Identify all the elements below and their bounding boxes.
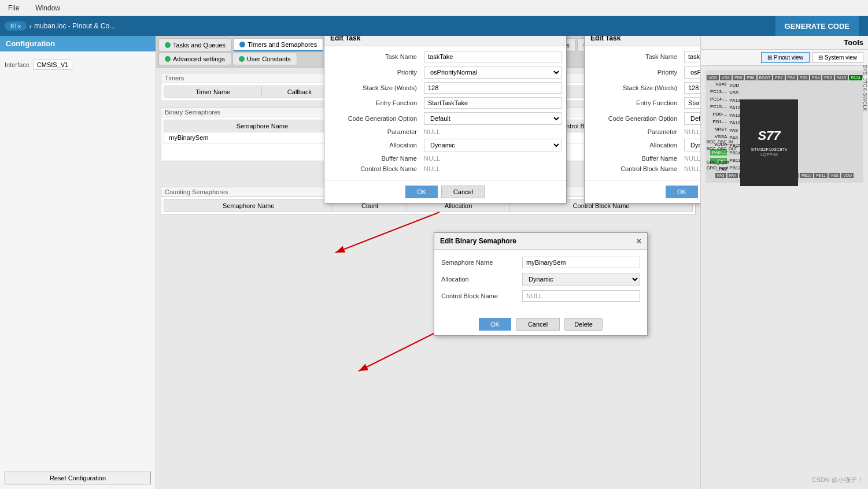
vssa-label: VSSA [710, 134, 727, 139]
pb13-right-label: PB13 [729, 158, 741, 163]
entry-input-take[interactable] [424, 97, 562, 109]
generate-code-button[interactable]: GENERATE CODE [775, 16, 859, 36]
buffer-label-give: Buffer Name [589, 155, 682, 162]
pa3-bot: PA3 [715, 173, 726, 178]
priority-select-give[interactable]: osPriorityNormal [684, 66, 700, 79]
system-view-button[interactable]: ⊟ System view [812, 52, 863, 63]
gpio-input-2: GPIO_Input [707, 166, 728, 170]
task-take-cancel-button[interactable]: Cancel [441, 186, 485, 198]
pd1-label: PD1-... [710, 119, 727, 124]
pb10-bot: PB10 [800, 173, 813, 178]
task-dialog-give: Edit Task Task Name Priority osPriorityN… [584, 36, 700, 203]
entry-label-give: Entry Function [589, 99, 682, 106]
sem-dialog-title: Edit Binary Semaphore [440, 237, 516, 245]
breadcrumb-arrow: › [29, 21, 32, 31]
taskname-label-give: Task Name [589, 53, 682, 60]
stack-label-give: Stack Size (Words) [589, 84, 682, 91]
system-grid-icon: ⊟ [818, 54, 823, 61]
sem-cancel-button[interactable]: Cancel [516, 318, 560, 331]
pa9-right-label: PA9 [729, 128, 741, 133]
pinout-view-button[interactable]: ⊞ Pinout view [761, 52, 810, 63]
pb12-right-label: PB12 [729, 165, 741, 171]
task-take-ok-button[interactable]: OK [405, 186, 438, 198]
breadcrumb-bar: 8Tx › muban.ioc - Pinout & Co... GENERAT… [0, 16, 868, 36]
tools-label: Tools [701, 36, 868, 50]
task-dialog-take-buttons: OK Cancel [324, 180, 566, 203]
tab-tasks-queues[interactable]: Tasks and Queues [158, 38, 232, 51]
reset-configuration-button[interactable]: Reset Configuration [5, 472, 151, 484]
codegen-select-give[interactable]: Default [684, 112, 700, 125]
form-row-priority-give: Priority osPriorityNormal [589, 66, 700, 79]
pa14-pin: PA14 [849, 75, 862, 80]
tab-timers-semaphores[interactable]: Timers and Semaphores [233, 38, 323, 51]
rcc-osc-in: RCC_OSC_IN [707, 140, 733, 144]
sem-name-input[interactable] [522, 257, 640, 268]
pc15-label: PC15-... [710, 104, 727, 109]
breadcrumb-file: muban.ioc - Pinout & Co... [34, 22, 115, 30]
tab-label-constants: User Constants [247, 55, 291, 62]
tab-label-tasks: Tasks and Queues [173, 42, 226, 49]
param-label-take: Parameter [329, 128, 422, 135]
nrst-label: NRST [710, 127, 727, 132]
form-row-alloc-take: Allocation Dynamic [329, 139, 562, 151]
tab-user-constants[interactable]: User Constants [232, 53, 297, 65]
pc14-label: PC14-... [710, 97, 727, 102]
form-row-codegen-give: Code Generation Option Default [589, 112, 700, 125]
interface-value: CMSIS_V1 [33, 60, 72, 70]
menu-file[interactable]: File [5, 4, 23, 12]
sem-ok-button[interactable]: OK [479, 318, 511, 331]
vdd-right-label: VDD [729, 83, 741, 88]
top-pins: VDD VSS PB9 PB8 BOOT PB7 PB6 PB5 PB4 PB3… [710, 75, 859, 80]
taskname-input-give[interactable] [684, 51, 700, 62]
alloc-label-take: Allocation [329, 142, 422, 149]
task-dialog-take: Edit Task Task Name Priority osPriorityN… [324, 36, 567, 203]
alloc-select-give[interactable]: Dynamic [684, 139, 700, 151]
watermark: CSDN @小强子！ [812, 476, 863, 484]
param-label-give: Parameter [589, 128, 682, 135]
view-toggle: ⊞ Pinout view ⊟ System view [701, 50, 868, 66]
form-row-taskname-give: Task Name [589, 51, 700, 62]
task-dialog-give-body: Task Name Priority osPriorityNormal Stac… [585, 46, 700, 180]
form-row-entry-give: Entry Function [589, 97, 700, 109]
form-row-alloc-give: Allocation Dynamic [589, 139, 700, 151]
tab-advanced[interactable]: Advanced settings [158, 53, 231, 65]
sem-alloc-label: Allocation [441, 276, 522, 283]
codegen-select-take[interactable]: Default [424, 112, 562, 125]
menu-window[interactable]: Window [32, 4, 64, 12]
chip-breadcrumb[interactable]: 8Tx [5, 21, 27, 31]
form-row-ctrlblock-give: Control Block Name NULL [589, 165, 700, 172]
chip-visualization: VDD VSS PB9 PB8 BOOT PB7 PB6 PB5 PB4 PB3… [706, 71, 863, 183]
vertical-text: SYS_JTCK-SWCLK [862, 65, 868, 112]
vss-right-label: VSS [729, 90, 741, 95]
sem-dialog-body: Semaphore Name Allocation Dynamic Contro… [434, 250, 647, 313]
vss-bot: VSS [829, 173, 840, 178]
pd0-label: PD0-... [710, 112, 727, 117]
codegen-label-take: Code Generation Option [329, 115, 422, 122]
stack-input-give[interactable] [684, 82, 700, 94]
sem-alloc-select[interactable]: Dynamic [522, 273, 640, 286]
codegen-label-give: Code Generation Option [589, 115, 682, 122]
ctrlblock-value-give: NULL [684, 165, 700, 172]
col-count-name: Semaphore Name [164, 200, 333, 212]
sem-dialog-close-button[interactable]: × [637, 236, 641, 246]
right-panel: Tools ⊞ Pinout view ⊟ System view VDD VS… [700, 36, 868, 489]
stack-input-take[interactable] [424, 82, 562, 94]
config-body: Interface CMSIS_V1 [0, 51, 156, 467]
priority-select-take[interactable]: osPriorityNormal [424, 66, 562, 79]
vdd-bot: VDD [841, 173, 854, 178]
pb6-pin: PB6 [786, 75, 797, 80]
chip-package: LQFP48 [760, 152, 778, 157]
form-row-ctrlblock-take: Control Block Name NULL [329, 165, 562, 172]
vss-top-pin: VSS [720, 75, 732, 80]
taskname-label-take: Task Name [329, 53, 422, 60]
left-pin-labels: VBAT PC13-... PC14-... PC15-... PD0-... … [710, 82, 727, 172]
sem-control-input[interactable] [522, 290, 640, 302]
alloc-select-take[interactable]: Dynamic [424, 139, 562, 151]
top-bar: File Window [0, 0, 868, 16]
buffer-value-take: NULL [424, 155, 562, 162]
task-give-ok-button[interactable]: OK [666, 186, 698, 198]
entry-input-give[interactable] [684, 97, 700, 109]
vdd-top-pin: VDD [707, 75, 719, 80]
sem-delete-button[interactable]: Delete [564, 318, 603, 331]
taskname-input-take[interactable] [424, 51, 562, 62]
